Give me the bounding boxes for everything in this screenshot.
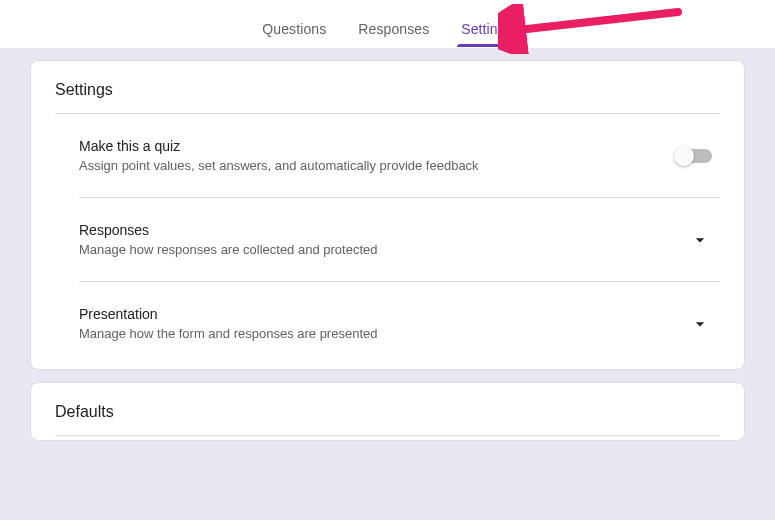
- quiz-desc: Assign point values, set answers, and au…: [79, 158, 676, 173]
- quiz-title: Make this a quiz: [79, 138, 676, 154]
- tabs-bar: Questions Responses Settings: [0, 0, 775, 48]
- responses-row[interactable]: Responses Manage how responses are colle…: [55, 198, 720, 281]
- presentation-desc: Manage how the form and responses are pr…: [79, 326, 688, 341]
- content-area: Settings Make this a quiz Assign point v…: [0, 48, 775, 520]
- responses-desc: Manage how responses are collected and p…: [79, 242, 688, 257]
- tab-responses[interactable]: Responses: [342, 21, 445, 47]
- chevron-down-icon[interactable]: [688, 312, 712, 336]
- presentation-row[interactable]: Presentation Manage how the form and res…: [55, 282, 720, 365]
- quiz-toggle[interactable]: [676, 149, 712, 163]
- settings-card-title: Settings: [55, 81, 720, 113]
- defaults-card: Defaults: [30, 382, 745, 441]
- divider: [55, 435, 720, 436]
- defaults-card-title: Defaults: [55, 403, 720, 435]
- presentation-text: Presentation Manage how the form and res…: [79, 306, 688, 341]
- chevron-down-icon[interactable]: [688, 228, 712, 252]
- responses-text: Responses Manage how responses are colle…: [79, 222, 688, 257]
- toggle-knob: [674, 146, 694, 166]
- presentation-title: Presentation: [79, 306, 688, 322]
- quiz-row: Make this a quiz Assign point values, se…: [55, 114, 720, 197]
- tab-questions[interactable]: Questions: [246, 21, 342, 47]
- settings-card: Settings Make this a quiz Assign point v…: [30, 60, 745, 370]
- responses-title: Responses: [79, 222, 688, 238]
- quiz-text: Make this a quiz Assign point values, se…: [79, 138, 676, 173]
- tab-settings[interactable]: Settings: [445, 21, 528, 47]
